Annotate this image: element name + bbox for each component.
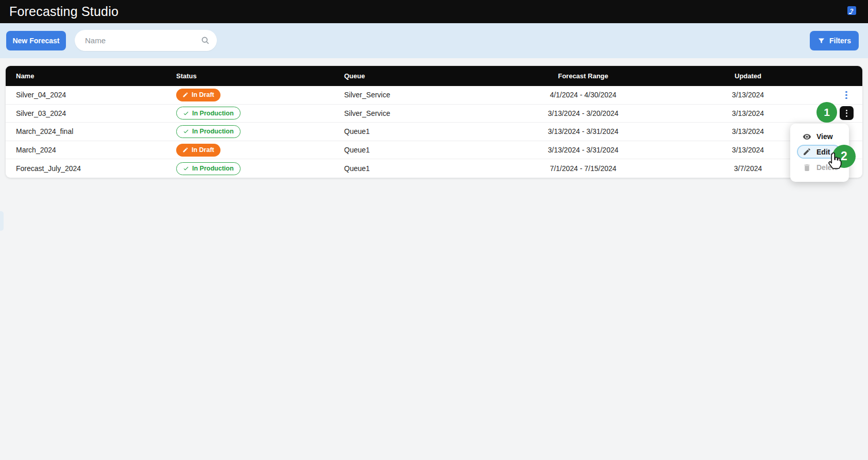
- updated-date: 3/13/2024: [666, 109, 830, 117]
- queue-name: Queue1: [334, 127, 501, 135]
- column-header-name: Name: [6, 72, 166, 80]
- queue-name: Silver_Service: [334, 109, 501, 117]
- table-row[interactable]: Forecast_July_2024 In Production Queue1 …: [6, 159, 862, 178]
- annotation-step-2-badge: 2: [832, 145, 856, 168]
- table-row[interactable]: Silver_03_2024 In Production Silver_Serv…: [6, 105, 862, 123]
- status-badge: In Draft: [176, 144, 220, 157]
- pencil-icon: [182, 147, 189, 153]
- context-menu-item-label: Edit: [816, 148, 830, 156]
- help-icon[interactable]: ?: [847, 6, 856, 15]
- toolbar: New Forecast Filters: [0, 23, 868, 58]
- page-title: Forecasting Studio: [9, 4, 118, 19]
- status-label: In Production: [192, 165, 234, 172]
- search-input[interactable]: [75, 30, 217, 51]
- status-badge: In Production: [176, 125, 241, 138]
- table-row[interactable]: March_2024 In Draft Queue1 3/13/2024 - 3…: [6, 141, 862, 160]
- filters-button[interactable]: Filters: [810, 31, 859, 50]
- table-row[interactable]: Silver_04_2024 In Draft Silver_Service 4…: [6, 86, 862, 105]
- forecast-name: March_2024_final: [6, 127, 166, 135]
- filters-label: Filters: [829, 37, 851, 45]
- table-header-row: Name Status Queue Forecast Range Updated: [6, 66, 862, 86]
- status-label: In Production: [192, 110, 234, 117]
- table-body: Silver_04_2024 In Draft Silver_Service 4…: [6, 86, 862, 178]
- new-forecast-button[interactable]: New Forecast: [6, 31, 66, 50]
- check-icon: [183, 165, 189, 172]
- status-label: In Draft: [192, 91, 214, 98]
- status-badge: In Production: [176, 162, 241, 175]
- forecast-range: 3/13/2024 - 3/31/2024: [501, 146, 666, 154]
- trash-icon: [803, 163, 811, 172]
- forecast-name: Silver_04_2024: [6, 91, 166, 99]
- column-header-queue: Queue: [334, 72, 501, 80]
- left-edge-panel-handle[interactable]: [0, 211, 4, 231]
- forecast-table: Name Status Queue Forecast Range Updated…: [6, 66, 862, 178]
- check-icon: [183, 110, 189, 116]
- table-row[interactable]: March_2024_final In Production Queue1 3/…: [6, 123, 862, 141]
- queue-name: Queue1: [334, 146, 501, 154]
- row-actions-menu-button[interactable]: [840, 106, 854, 120]
- updated-date: 3/13/2024: [666, 91, 830, 99]
- search-box: [75, 30, 217, 51]
- status-label: In Draft: [192, 146, 214, 154]
- forecast-range: 3/13/2024 - 3/31/2024: [501, 127, 666, 135]
- funnel-icon: [818, 37, 825, 45]
- status-label: In Production: [192, 128, 234, 135]
- eye-icon: [803, 132, 811, 141]
- pencil-icon: [803, 147, 811, 156]
- forecast-name: Forecast_July_2024: [6, 164, 166, 173]
- forecast-name: Silver_03_2024: [6, 109, 166, 117]
- column-header-forecast-range: Forecast Range: [501, 72, 666, 80]
- context-menu-item[interactable]: View: [790, 129, 849, 144]
- status-badge: In Draft: [176, 89, 220, 101]
- forecast-range: 7/1/2024 - 7/15/2024: [501, 164, 666, 173]
- row-actions-menu-button[interactable]: [840, 88, 854, 102]
- column-header-updated: Updated: [666, 72, 830, 80]
- context-menu-item-label: View: [816, 132, 833, 141]
- forecast-name: March_2024: [6, 146, 166, 154]
- forecasting-studio-page: Forecasting Studio ? New Forecast Filter…: [0, 0, 868, 460]
- top-app-bar: Forecasting Studio ?: [0, 0, 868, 23]
- context-menu-item-label: Delete: [816, 163, 838, 172]
- forecast-range: 3/13/2024 - 3/20/2024: [501, 109, 666, 117]
- queue-name: Silver_Service: [334, 91, 501, 99]
- queue-name: Queue1: [334, 164, 501, 173]
- annotation-step-1-badge: 1: [816, 102, 837, 123]
- pencil-icon: [182, 92, 189, 98]
- column-header-status: Status: [166, 72, 334, 80]
- check-icon: [183, 128, 189, 134]
- search-icon: [200, 36, 210, 45]
- forecast-range: 4/1/2024 - 4/30/2024: [501, 91, 666, 99]
- status-badge: In Production: [176, 107, 241, 120]
